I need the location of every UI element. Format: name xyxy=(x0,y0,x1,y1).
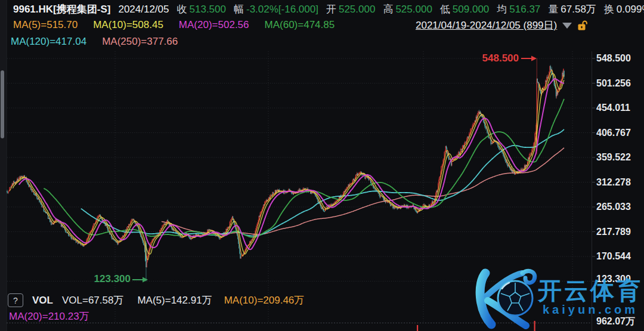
ma20-legend: MA(20)=502.56 xyxy=(179,19,249,31)
vol-pane-title: VOL xyxy=(32,295,53,307)
symbol-title: 9961.HK[携程集团-S] xyxy=(13,2,110,16)
ma10-legend: MA(10)=508.45 xyxy=(93,19,163,31)
all-time-low-annotation: 123.300 xyxy=(91,273,131,285)
indicator-help-button[interactable]: ? xyxy=(8,293,23,307)
price-axis-label: 265.033 xyxy=(596,202,631,212)
price-axis-label: 548.500 xyxy=(596,53,631,64)
ma250-legend: MA(250)=377.66 xyxy=(102,36,178,48)
quote-open: 开525.000 xyxy=(326,2,375,16)
quote-low: 低509.000 xyxy=(440,2,489,16)
vol-ma5: MA(5)=142.91万 xyxy=(137,293,212,307)
quote-turnover: 换0.099% xyxy=(604,2,644,16)
quote-close: 收513.500 xyxy=(177,2,226,16)
quote-change: 幅-3.02%[-16.000] xyxy=(234,2,318,16)
ma-legend-row-2: MA(120)=417.04 MA(250)=377.66 xyxy=(11,36,178,48)
quote-volume: 量67.58万 xyxy=(548,2,596,16)
price-axis-label: 170.544 xyxy=(596,251,631,262)
quote-high: 高525.000 xyxy=(383,2,432,16)
all-time-high-annotation: 548.500 xyxy=(481,52,519,64)
price-axis-label: 123.300 xyxy=(596,274,631,284)
price-axis-label: 501.256 xyxy=(596,78,631,89)
left-panel-edge xyxy=(0,0,6,331)
ma120-legend: MA(120)=417.04 xyxy=(11,36,86,48)
vol-ma20: MA(20)=210.23万 xyxy=(9,310,89,323)
stock-chart-window: 9961.HK[携程集团-S] 2024/12/05 收513.500 幅-3.… xyxy=(0,0,644,331)
volume-legend-row-2: MA(20)=210.23万 xyxy=(9,310,89,323)
price-axis-label: 312.278 xyxy=(596,177,631,188)
ma5-legend: MA(5)=515.70 xyxy=(13,19,78,31)
ma-legend-row-1: MA(5)=515.70 MA(10)=508.45 MA(20)=502.56… xyxy=(13,19,335,31)
ma60-legend: MA(60)=474.85 xyxy=(265,19,335,31)
quote-date: 2024/12/05 xyxy=(118,4,169,16)
price-axis-label: 359.522 xyxy=(596,152,631,163)
vol-current: VOL=67.58万 xyxy=(62,293,124,307)
quote-header-row: 9961.HK[携程集团-S] 2024/12/05 收513.500 幅-3.… xyxy=(13,2,644,16)
price-axis-label: 406.767 xyxy=(596,128,631,138)
volume-legend-row: ? VOL VOL=67.58万 MA(5)=142.91万 MA(10)=20… xyxy=(8,293,304,307)
quote-avg: 均516.37 xyxy=(497,2,540,16)
volume-axis-max-label: 962.07万 xyxy=(596,315,635,328)
price-axis-label: 454.011 xyxy=(596,103,630,113)
vol-ma10: MA(10)=209.46万 xyxy=(224,293,305,307)
left-scrollbar-thumb[interactable] xyxy=(1,70,4,138)
price-axis-label: 217.789 xyxy=(596,227,631,237)
